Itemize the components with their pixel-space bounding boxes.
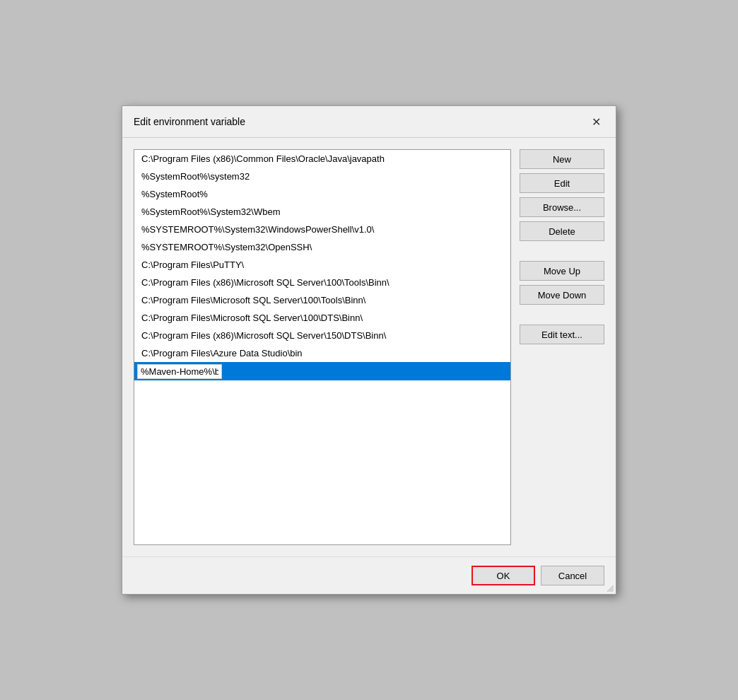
move-down-button[interactable]: Move Down xyxy=(520,285,604,305)
list-item[interactable]: %SYSTEMROOT%\System32\OpenSSH\ xyxy=(134,238,510,256)
edit-env-var-dialog: Edit environment variable ✕ C:\Program F… xyxy=(122,105,616,595)
edit-text-button[interactable]: Edit text... xyxy=(520,325,604,344)
move-up-button[interactable]: Move Up xyxy=(520,261,604,281)
env-var-list[interactable]: C:\Program Files (x86)\Common Files\Orac… xyxy=(134,149,511,545)
edit-button[interactable]: Edit xyxy=(520,173,604,193)
close-button[interactable]: ✕ xyxy=(587,113,604,130)
list-item[interactable]: C:\Program Files (x86)\Microsoft SQL Ser… xyxy=(134,327,510,344)
dialog-title: Edit environment variable xyxy=(134,116,245,127)
list-item[interactable]: %SystemRoot%\System32\Wbem xyxy=(134,203,510,221)
list-item[interactable]: C:\Program Files (x86)\Common Files\Orac… xyxy=(134,150,510,168)
new-button[interactable]: New xyxy=(520,149,604,169)
list-item[interactable]: C:\Program Files (x86)\Microsoft SQL Ser… xyxy=(134,274,510,291)
list-item[interactable]: %SYSTEMROOT%\System32\WindowsPowerShell\… xyxy=(134,221,510,238)
list-item[interactable] xyxy=(134,362,510,380)
title-bar: Edit environment variable ✕ xyxy=(122,106,616,138)
list-item[interactable]: C:\Program Files\Microsoft SQL Server\10… xyxy=(134,309,510,327)
dialog-body: C:\Program Files (x86)\Common Files\Orac… xyxy=(122,138,616,556)
list-item[interactable]: C:\Program Files\PuTTY\ xyxy=(134,256,510,274)
list-item[interactable]: %SystemRoot%\system32 xyxy=(134,168,510,185)
env-var-edit-input[interactable] xyxy=(137,364,222,379)
browse-button[interactable]: Browse... xyxy=(520,197,604,217)
ok-button[interactable]: OK xyxy=(472,566,535,585)
list-item[interactable]: %SystemRoot% xyxy=(134,185,510,203)
list-item[interactable]: C:\Program Files\Microsoft SQL Server\10… xyxy=(134,291,510,309)
list-item[interactable]: C:\Program Files\Azure Data Studio\bin xyxy=(134,344,510,362)
edit-suffix-highlight xyxy=(222,363,508,379)
delete-button[interactable]: Delete xyxy=(520,221,604,241)
resize-handle[interactable] xyxy=(605,583,614,592)
cancel-button[interactable]: Cancel xyxy=(541,566,604,585)
buttons-panel: New Edit Browse... Delete Move Up Move D… xyxy=(520,149,604,545)
dialog-footer: OK Cancel xyxy=(122,556,616,594)
